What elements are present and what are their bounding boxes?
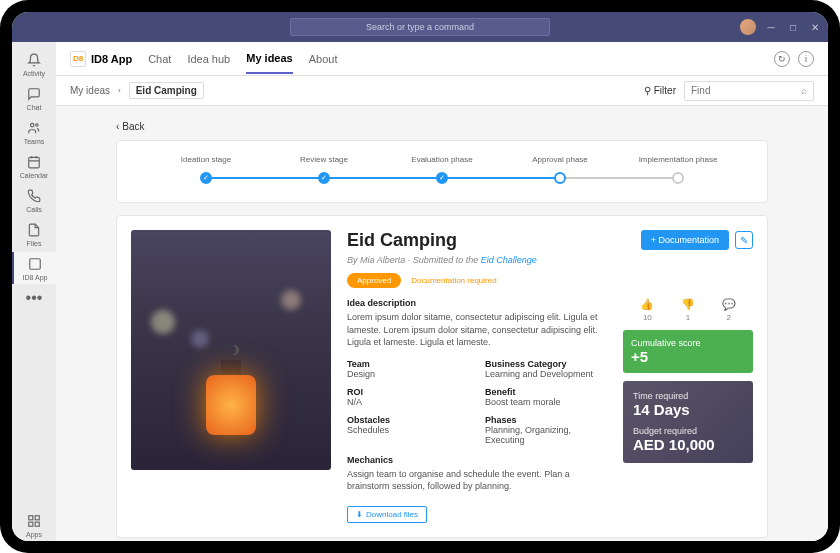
rail-apps[interactable]: Apps: [12, 509, 56, 541]
chat-icon: [25, 85, 43, 103]
svg-rect-8: [35, 516, 39, 520]
svg-rect-2: [29, 157, 40, 168]
teams-icon: [25, 119, 43, 137]
logo-icon: D8: [70, 51, 86, 67]
rail-label: Chat: [27, 104, 42, 111]
rail-label: Activity: [23, 70, 45, 77]
rail-label: Files: [27, 240, 42, 247]
crumb-root[interactable]: My ideas: [70, 85, 110, 96]
idea-detail-card: Eid Camping + Documentation ✎ By Mia Alb…: [116, 215, 768, 538]
maximize-icon[interactable]: □: [786, 20, 800, 34]
filter-icon: ⚲: [644, 85, 651, 96]
idea-image: [131, 230, 331, 470]
stage-approval: Approval phase: [501, 155, 619, 184]
rail-label: Calendar: [20, 172, 48, 179]
sub-header: My ideas › Eid Camping ⚲ Filter ⌕: [56, 76, 828, 106]
rail-activity[interactable]: Activity: [12, 48, 56, 80]
download-icon: ⬇: [356, 510, 363, 519]
svg-point-0: [31, 123, 35, 127]
breadcrumb: My ideas › Eid Camping: [70, 82, 204, 99]
requirements-card: Time required 14 Days Budget required AE…: [623, 381, 753, 463]
svg-rect-6: [30, 259, 41, 270]
command-search[interactable]: Search or type a command: [290, 18, 550, 36]
challenge-link[interactable]: Eid Challenge: [481, 255, 537, 265]
mechanics-label: Mechanics: [347, 455, 609, 465]
find-input[interactable]: ⌕: [684, 81, 814, 101]
edit-icon[interactable]: ✎: [735, 231, 753, 249]
rail-files[interactable]: Files: [12, 218, 56, 250]
user-avatar[interactable]: [740, 19, 756, 35]
chevron-right-icon: ›: [118, 86, 121, 95]
field-category: Business CategoryLearning and Developmen…: [485, 359, 609, 379]
field-obstacles: ObstaclesSchedules: [347, 415, 471, 445]
app-name: ID8 App: [91, 53, 132, 65]
rail-label: Calls: [26, 206, 42, 213]
thumbs-up-icon: 👍: [640, 298, 654, 311]
bell-icon: [25, 51, 43, 69]
info-icon[interactable]: i: [798, 51, 814, 67]
rail-calls[interactable]: Calls: [12, 184, 56, 216]
calendar-icon: [25, 153, 43, 171]
rail-more[interactable]: •••: [12, 286, 56, 310]
stage-dot: [672, 172, 684, 184]
dislike-button[interactable]: 👎1: [681, 298, 695, 322]
download-files-button[interactable]: ⬇ Download files: [347, 506, 427, 523]
refresh-icon[interactable]: ↻: [774, 51, 790, 67]
like-button[interactable]: 👍10: [640, 298, 654, 322]
stage-review: Review stage ✓: [265, 155, 383, 184]
tab-about[interactable]: About: [309, 45, 338, 73]
find-field[interactable]: [691, 85, 791, 96]
filter-button[interactable]: ⚲ Filter: [644, 85, 676, 96]
svg-rect-10: [35, 522, 39, 526]
rail-label: Teams: [24, 138, 45, 145]
id8-icon: [26, 255, 44, 273]
desc-text: Lorem ipsum dolor sitame, consectetur ad…: [347, 311, 609, 349]
doc-required-label: Documentation required: [411, 276, 496, 285]
mechanics-text: Assign team to organise and schedule the…: [347, 468, 609, 493]
more-icon: •••: [25, 289, 43, 307]
check-icon: ✓: [318, 172, 330, 184]
idea-title: Eid Camping: [347, 230, 457, 251]
check-icon: ✓: [200, 172, 212, 184]
rail-id8-app[interactable]: ID8 App: [12, 252, 56, 284]
stage-tracker: Ideation stage ✓ Review stage ✓ Evaluati…: [116, 140, 768, 203]
rail-chat[interactable]: Chat: [12, 82, 56, 114]
field-benefit: BenefitBoost team morale: [485, 387, 609, 407]
chevron-left-icon: ‹: [116, 121, 119, 132]
close-icon[interactable]: ✕: [808, 20, 822, 34]
svg-point-1: [36, 124, 38, 126]
file-icon: [25, 221, 43, 239]
svg-rect-7: [29, 516, 33, 520]
stage-ideation: Ideation stage ✓: [147, 155, 265, 184]
comment-icon: 💬: [722, 298, 736, 311]
stage-evaluation: Evaluation phase ✓: [383, 155, 501, 184]
search-icon: ⌕: [801, 85, 807, 96]
stage-implementation: Implementation phase: [619, 155, 737, 184]
thumbs-down-icon: 👎: [681, 298, 695, 311]
title-bar: Search or type a command ─ □ ✕: [12, 12, 828, 42]
phone-icon: [25, 187, 43, 205]
field-roi: ROIN/A: [347, 387, 471, 407]
documentation-button[interactable]: + Documentation: [641, 230, 729, 250]
svg-rect-9: [29, 522, 33, 526]
tab-my-ideas[interactable]: My ideas: [246, 44, 292, 74]
app-rail: Activity Chat Teams Calendar Calls Files: [12, 42, 56, 541]
apps-icon: [25, 512, 43, 530]
tab-idea-hub[interactable]: Idea hub: [187, 45, 230, 73]
rail-calendar[interactable]: Calendar: [12, 150, 56, 182]
desc-label: Idea description: [347, 298, 609, 308]
reactions: 👍10 👎1 💬2: [623, 298, 753, 322]
app-logo: D8 ID8 App: [70, 51, 132, 67]
tab-chat[interactable]: Chat: [148, 45, 171, 73]
check-icon: ✓: [436, 172, 448, 184]
minimize-icon[interactable]: ─: [764, 20, 778, 34]
field-phases: PhasesPlanning, Organizing, Executing: [485, 415, 609, 445]
app-header: D8 ID8 App Chat Idea hub My ideas About …: [56, 42, 828, 76]
idea-meta: By Mia Alberta · Submitted to the Eid Ch…: [347, 255, 753, 265]
crumb-current: Eid Camping: [129, 82, 204, 99]
rail-teams[interactable]: Teams: [12, 116, 56, 148]
rail-label: Apps: [26, 531, 42, 538]
score-card: Cumulative score +5: [623, 330, 753, 373]
comment-button[interactable]: 💬2: [722, 298, 736, 322]
back-link[interactable]: ‹ Back: [116, 121, 145, 132]
